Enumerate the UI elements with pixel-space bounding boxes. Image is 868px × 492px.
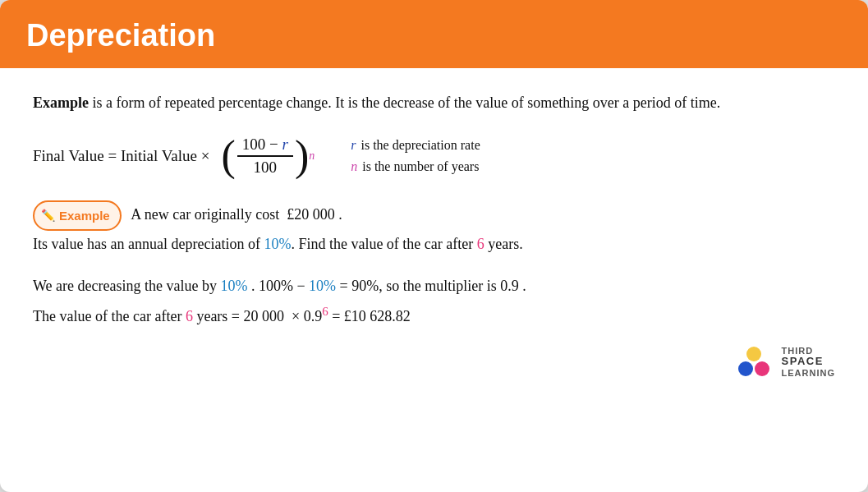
fraction-denominator: 100 [249,157,282,177]
exponent-n: n [309,149,315,163]
page-title: Depreciation [26,18,842,53]
example-line1: ✏️ Example A new car originally cost £20… [33,200,835,231]
svg-point-1 [738,361,753,376]
card: Depreciation Example is a form of repeat… [0,0,868,492]
tsl-logo: THIRD SPACE LEARNING [733,346,835,379]
footer-logo: THIRD SPACE LEARNING [33,346,835,379]
legend-r-var: r [351,138,356,153]
tsl-learning: LEARNING [782,368,835,378]
formula-legend: r is the depreciation rate n is the numb… [351,138,480,174]
sol1-after: . 100% − [247,278,309,294]
fraction-numerator: 100 − r [237,136,293,157]
example-section: ✏️ Example A new car originally cost £20… [33,200,835,257]
solution-line2: The value of the car after 6 years = 20 … [33,300,835,330]
sol2-exponent: 6 [322,305,328,318]
sol2-result: = £10 628.82 [328,308,411,324]
solution-line1: We are decreasing the value by 10% . 100… [33,272,835,300]
definition-bold-word: Example [33,94,89,111]
sol1-percent2: 10% [309,278,336,294]
fraction-container: ( 100 − r 100 ) n [221,135,315,177]
sol2-before: The value of the car after [33,308,186,324]
left-paren: ( [221,135,235,177]
formula-label: Final Value = Initial Value × [33,147,209,165]
formula-section: Final Value = Initial Value × ( 100 − r … [33,135,835,177]
svg-point-0 [746,347,761,361]
legend-n: n is the number of years [351,159,480,174]
var-r-formula: r [282,136,288,153]
sol1-percent: 10% [220,278,247,294]
sol2-years: 6 [186,308,193,324]
example-line2-after: years. [485,236,523,252]
content-area: Example is a form of repeated percentage… [0,68,868,402]
example-badge: ✏️ Example [33,200,122,231]
pencil-icon: ✏️ [41,205,55,226]
definition-rest: is a form of repeated percentage change.… [89,94,720,111]
tsl-space: SPACE [782,356,835,367]
example-line2: Its value has an annual depreciation of … [33,231,835,257]
sol2-exp-val: 6 [322,305,328,318]
tsl-text-block: THIRD SPACE LEARNING [782,346,835,377]
legend-n-text: is the number of years [362,159,479,174]
sol1-before: We are decreasing the value by [33,278,220,294]
header: Depreciation [0,0,868,68]
example-line2-before: Its value has an annual depreciation of [33,236,264,252]
legend-r: r is the depreciation rate [351,138,480,153]
legend-n-var: n [351,159,357,174]
legend-r-text: is the depreciation rate [361,138,480,153]
definition-paragraph: Example is a form of repeated percentage… [33,91,835,115]
sol1-equals: = 90%, so the multiplier is 0.9 . [336,278,526,294]
example-years: 6 [477,236,485,252]
right-paren: ) [295,135,309,177]
formula-display: Final Value = Initial Value × ( 100 − r … [33,135,318,177]
example-line2-mid: . Find the value of the car after [291,236,476,252]
example-percent: 10% [264,236,291,252]
example-badge-label: Example [59,205,110,227]
svg-point-2 [755,361,769,376]
fraction: 100 − r 100 [237,136,293,177]
solution-section: We are decreasing the value by 10% . 100… [33,272,835,330]
example-text-line1: A new car originally cost £20 000 . [131,206,342,223]
tsl-logo-svg [733,346,775,379]
sol2-middle: years = 20 000 × 0.9 [193,308,322,324]
